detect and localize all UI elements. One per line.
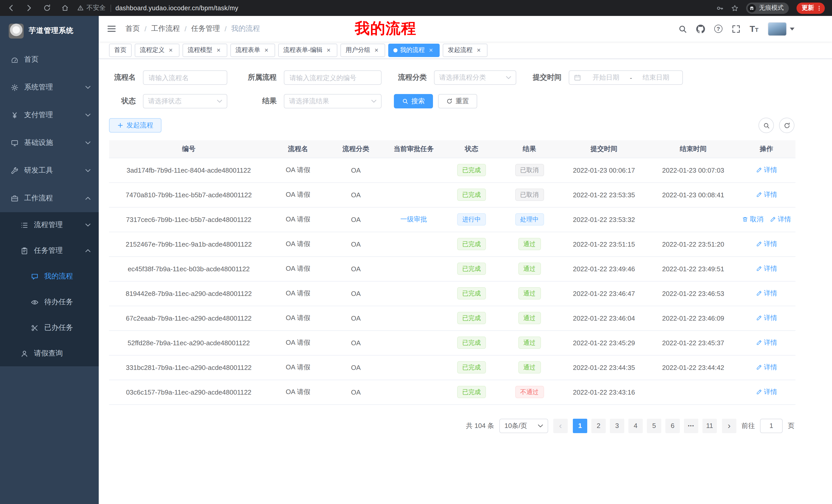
action-detail[interactable]: 详情 bbox=[756, 190, 777, 199]
prev-page-button[interactable]: ‹ bbox=[553, 418, 568, 433]
status-tag: 进行中 bbox=[457, 213, 486, 226]
tab-2[interactable]: 流程模型× bbox=[183, 44, 227, 57]
tab-1[interactable]: 流程定义× bbox=[135, 44, 179, 57]
sidebar-item-workflow[interactable]: 工作流程 bbox=[0, 185, 99, 212]
category-select[interactable]: 请选择流程分类 bbox=[434, 71, 516, 85]
action-detail[interactable]: 详情 bbox=[756, 165, 777, 175]
close-icon[interactable]: × bbox=[373, 47, 380, 54]
sidebar-item-home[interactable]: 首页 bbox=[0, 46, 99, 74]
sidebar-item-done-tasks[interactable]: 已办任务 bbox=[0, 315, 99, 341]
action-detail[interactable]: 详情 bbox=[770, 215, 791, 224]
font-size-icon[interactable]: TT bbox=[750, 24, 758, 33]
action-detail[interactable]: 详情 bbox=[756, 289, 777, 298]
tab-3[interactable]: 流程表单× bbox=[230, 44, 275, 57]
search-icon bbox=[763, 122, 770, 129]
address-bar[interactable]: 不安全 dashboard.yudao.iocoder.cn/bpm/task/… bbox=[77, 4, 708, 12]
chevron-down-icon bbox=[85, 85, 90, 90]
column-header: 提交时间 bbox=[559, 140, 649, 158]
action-detail[interactable]: 详情 bbox=[756, 313, 777, 323]
page-button[interactable]: 4 bbox=[628, 418, 643, 433]
action-cancel[interactable]: 取消 bbox=[742, 215, 763, 224]
process-name-input[interactable] bbox=[143, 71, 227, 85]
result-select[interactable]: 请选择流结果 bbox=[284, 94, 382, 108]
incognito-badge[interactable]: 无痕模式 bbox=[746, 2, 789, 13]
date-range-picker[interactable]: 开始日期 - 结束日期 bbox=[569, 71, 683, 85]
close-icon[interactable]: × bbox=[475, 47, 482, 54]
logo[interactable]: 芋道管理系统 bbox=[0, 16, 99, 46]
action-detail[interactable]: 详情 bbox=[756, 264, 777, 273]
close-icon[interactable]: × bbox=[263, 47, 270, 54]
tab-label: 流程表单 bbox=[235, 46, 260, 54]
close-icon[interactable]: × bbox=[215, 47, 222, 54]
refresh-table-button[interactable] bbox=[779, 118, 795, 133]
github-icon[interactable] bbox=[696, 24, 705, 33]
sidebar-item-infrastructure[interactable]: 基础设施 bbox=[0, 129, 99, 157]
tab-label: 用户分组 bbox=[345, 46, 370, 54]
chevron-down-icon bbox=[217, 99, 222, 104]
tab-6[interactable]: 我的流程× bbox=[388, 44, 440, 57]
back-icon[interactable] bbox=[7, 4, 15, 12]
reset-button[interactable]: 重置 bbox=[438, 94, 477, 108]
fullscreen-icon[interactable] bbox=[732, 24, 740, 33]
bookmark-star-icon[interactable] bbox=[731, 4, 738, 11]
sidebar-item-my-process[interactable]: 我的流程 bbox=[0, 263, 99, 289]
cell-process-id: 331bc281-7b9a-11ec-a290-acde48001122 bbox=[109, 355, 268, 380]
sidebar-submenu: 流程管理任务管理我的流程待办任务已办任务请假查询 bbox=[0, 212, 99, 366]
close-icon[interactable]: × bbox=[427, 47, 435, 54]
page-button[interactable]: 3 bbox=[610, 418, 624, 433]
user-menu[interactable] bbox=[768, 22, 795, 36]
reload-icon[interactable] bbox=[43, 4, 51, 12]
sidebar-item-leave-query[interactable]: 请假查询 bbox=[0, 341, 99, 366]
forward-icon[interactable] bbox=[25, 4, 33, 12]
sidebar-item-task-mgmt[interactable]: 任务管理 bbox=[0, 238, 99, 263]
sidebar-item-payment[interactable]: 支付管理 bbox=[0, 101, 99, 129]
breadcrumb-item[interactable]: 工作流程 bbox=[151, 24, 180, 33]
action-detail[interactable]: 详情 bbox=[756, 240, 777, 249]
sidebar-item-process-mgmt[interactable]: 流程管理 bbox=[0, 212, 99, 238]
process-key-input[interactable] bbox=[284, 71, 382, 85]
create-process-button[interactable]: 发起流程 bbox=[109, 118, 161, 133]
search-button[interactable]: 搜索 bbox=[394, 94, 433, 108]
status-select[interactable]: 请选择状态 bbox=[143, 94, 227, 108]
briefcase-icon bbox=[11, 194, 19, 202]
action-detail[interactable]: 详情 bbox=[756, 363, 777, 372]
action-label: 详情 bbox=[764, 165, 777, 175]
security-indicator[interactable]: 不安全 bbox=[77, 4, 106, 12]
tab-7[interactable]: 发起流程× bbox=[443, 44, 488, 57]
goto-page-input[interactable] bbox=[760, 418, 783, 433]
tab-0[interactable]: 首页 bbox=[109, 44, 132, 57]
help-icon[interactable]: ? bbox=[714, 25, 723, 33]
home-icon[interactable] bbox=[61, 4, 69, 12]
action-detail[interactable]: 详情 bbox=[756, 338, 777, 347]
cell-process-name: OA 请假 bbox=[268, 256, 328, 281]
tab-4[interactable]: 流程表单-编辑× bbox=[278, 44, 337, 57]
page-button[interactable]: 6 bbox=[666, 418, 680, 433]
update-button[interactable]: 更新 bbox=[797, 2, 825, 13]
toggle-search-button[interactable] bbox=[758, 118, 774, 133]
close-icon[interactable]: × bbox=[167, 47, 174, 54]
cell-actions: 详情 bbox=[737, 158, 796, 183]
next-page-button[interactable]: › bbox=[722, 418, 736, 433]
more-pages-icon[interactable]: ••• bbox=[684, 418, 698, 433]
page-size-select[interactable]: 10条/页 bbox=[499, 418, 548, 433]
page-button[interactable]: 5 bbox=[647, 418, 661, 433]
search-icon[interactable] bbox=[678, 24, 687, 33]
page-button[interactable]: 11 bbox=[702, 418, 717, 433]
page-button[interactable]: 2 bbox=[591, 418, 606, 433]
sidebar-item-todo-tasks[interactable]: 待办任务 bbox=[0, 289, 99, 315]
cell-submit-time: 2022-01-22 23:53:32 bbox=[559, 207, 649, 232]
sidebar-item-devtools[interactable]: 研发工具 bbox=[0, 157, 99, 185]
tab-5[interactable]: 用户分组× bbox=[340, 44, 385, 57]
action-detail[interactable]: 详情 bbox=[756, 387, 777, 397]
page-size-value: 10条/页 bbox=[504, 421, 527, 430]
current-task-link[interactable]: 一级审批 bbox=[400, 215, 427, 224]
cell-status: 已完成 bbox=[443, 232, 500, 256]
breadcrumb-item[interactable]: 任务管理 bbox=[191, 24, 220, 33]
sidebar-item-system[interactable]: 系统管理 bbox=[0, 74, 99, 101]
password-key-icon[interactable] bbox=[716, 4, 724, 11]
close-icon[interactable]: × bbox=[325, 47, 332, 54]
page-button[interactable]: 1 bbox=[573, 418, 587, 433]
hamburger-icon[interactable] bbox=[107, 24, 116, 33]
breadcrumb-separator: / bbox=[225, 25, 227, 33]
breadcrumb-item[interactable]: 首页 bbox=[126, 24, 140, 33]
